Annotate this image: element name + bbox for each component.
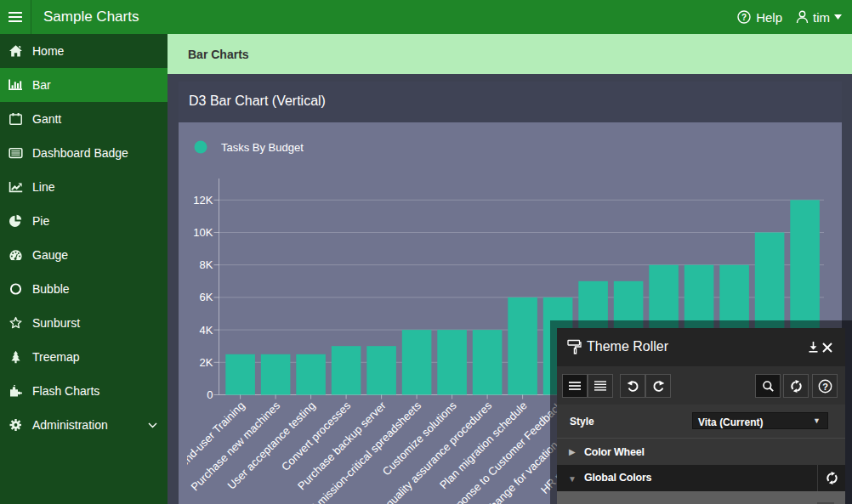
svg-text:8K: 8K — [200, 258, 213, 271]
svg-text:0: 0 — [207, 388, 213, 401]
svg-text:Tasks By Budget: Tasks By Budget — [221, 141, 304, 154]
svg-text:10K: 10K — [193, 226, 213, 239]
svg-text:6K: 6K — [200, 291, 213, 303]
svg-text:2K: 2K — [200, 356, 213, 369]
svg-text:4K: 4K — [200, 324, 213, 337]
svg-text:12K: 12K — [193, 194, 213, 207]
svg-text:?: ? — [741, 13, 747, 22]
svg-text:?: ? — [822, 381, 828, 391]
